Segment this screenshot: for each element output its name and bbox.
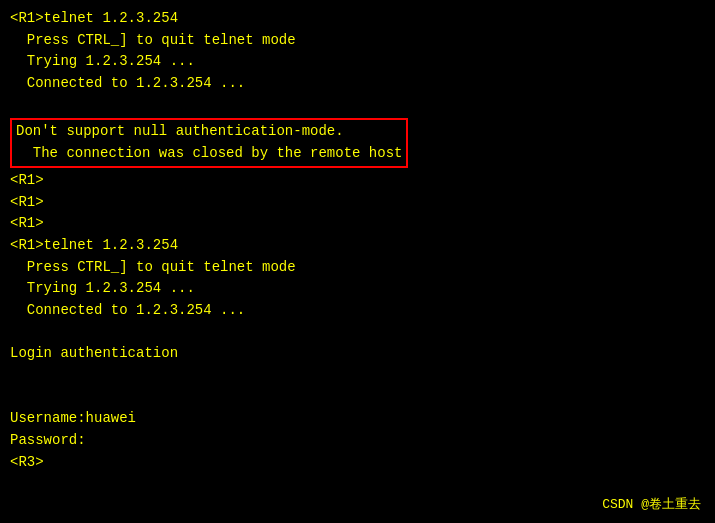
terminal-line: <R1>	[10, 213, 705, 235]
terminal-line: Connected to 1.2.3.254 ...	[10, 300, 705, 322]
highlighted-line: The connection was closed by the remote …	[16, 143, 402, 165]
terminal-window: <R1>telnet 1.2.3.254 Press CTRL_] to qui…	[0, 0, 715, 523]
empty-line	[10, 387, 705, 409]
terminal-line: Login authentication	[10, 343, 705, 365]
terminal-line: Trying 1.2.3.254 ...	[10, 278, 705, 300]
highlighted-error-box: Don't support null authentication-mode. …	[10, 118, 408, 167]
terminal-line: <R3>	[10, 452, 705, 474]
terminal-line: Trying 1.2.3.254 ...	[10, 51, 705, 73]
terminal-line: <R1>telnet 1.2.3.254	[10, 8, 705, 30]
terminal-line: Press CTRL_] to quit telnet mode	[10, 257, 705, 279]
terminal-line: Press CTRL_] to quit telnet mode	[10, 30, 705, 52]
empty-line	[10, 365, 705, 387]
terminal-line: Password:	[10, 430, 705, 452]
terminal-line: Username:huawei	[10, 408, 705, 430]
terminal-line: <R1>telnet 1.2.3.254	[10, 235, 705, 257]
empty-line	[10, 322, 705, 344]
highlighted-line: Don't support null authentication-mode.	[16, 121, 402, 143]
terminal-line: Connected to 1.2.3.254 ...	[10, 73, 705, 95]
terminal-line: <R1>	[10, 192, 705, 214]
terminal-line: <R1>	[10, 170, 705, 192]
empty-line	[10, 95, 705, 117]
watermark: CSDN @卷土重去	[602, 495, 701, 513]
